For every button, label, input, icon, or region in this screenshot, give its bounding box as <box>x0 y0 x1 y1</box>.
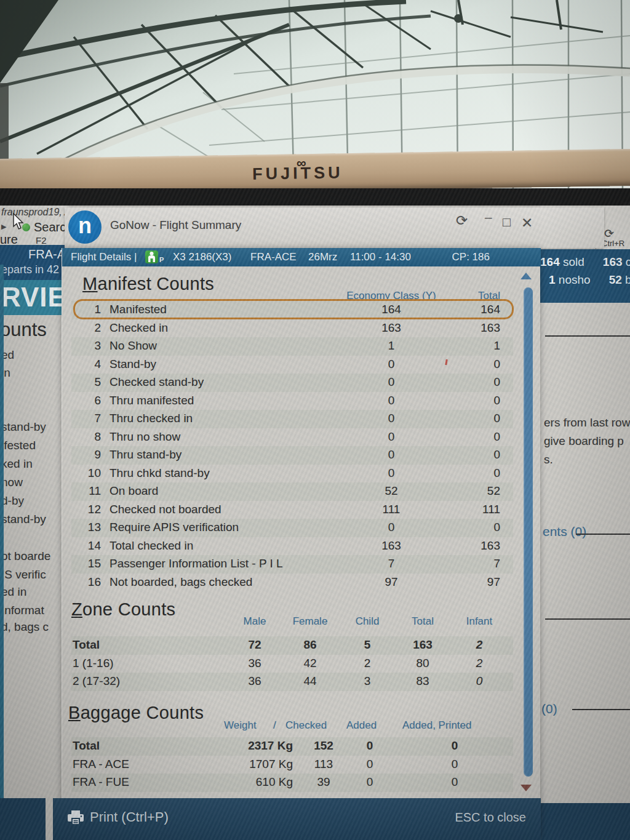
table-row[interactable]: 9Thru stand-by00 <box>71 446 513 465</box>
scrollbar-down-arrow[interactable] <box>520 785 532 791</box>
table-row[interactable]: FRA - ACE1707 Kg11300 <box>71 756 513 774</box>
refresh-icon[interactable]: ⟳ <box>456 212 468 229</box>
list-item: stand-by <box>1 420 46 434</box>
flight-number: X3 2186(X3) <box>173 251 231 263</box>
economy-column-header: Economy Class (Y) <box>342 290 441 302</box>
background-toolbar: fraunsprod19, A ▶ Search ure F2 <box>0 206 69 245</box>
list-item: stand-by <box>1 513 46 526</box>
flight-time: 11:00 - 14:30 <box>350 251 411 263</box>
list-item: d-by <box>1 494 24 508</box>
manifest-counts-title: Manifest Counts <box>82 274 214 294</box>
female-column-header: Female <box>285 615 335 628</box>
table-row[interactable]: 12Checked not boarded111111 <box>71 501 513 519</box>
background-bottom-bar <box>0 798 46 840</box>
background-window-right: ⟳ Ctrl+R 164 sold163 ck 1 nosho52 br ers… <box>540 206 630 840</box>
mouse-cursor-icon <box>11 213 25 234</box>
male-column-header: Male <box>230 615 279 628</box>
table-row[interactable]: 14Total checked in163163 <box>71 537 513 556</box>
gonow-title-bar[interactable]: n GoNow - Flight Summary ⟳ – □ ✕ <box>65 207 604 248</box>
checked-column-header: Checked <box>285 719 327 732</box>
divider <box>576 534 630 535</box>
print-button[interactable]: Print (Ctrl+P) <box>68 809 169 825</box>
window-edge <box>0 265 4 798</box>
printer-icon <box>68 810 84 825</box>
background-window-left: fraunsprod19, A ▶ Search ure F2 FRA-A ep… <box>0 206 69 840</box>
pax-badge: P <box>159 256 164 263</box>
baggage-table: Total2317 Kg15200 FRA - ACE1707 Kg11300 … <box>71 737 513 792</box>
fujitsu-infinity-icon: ∞ <box>297 155 306 171</box>
list-item: d, bags c <box>1 620 49 634</box>
list-item: ked in <box>1 457 33 471</box>
zero-section-label: (0) <box>541 702 557 716</box>
noshow-count: 1 <box>549 273 556 286</box>
flight-details-label: Flight Details | <box>71 251 137 263</box>
desktop: fraunsprod19, A ▶ Search ure F2 FRA-A ep… <box>0 206 630 840</box>
table-row[interactable]: 2 (17-32)36443830 <box>71 673 513 691</box>
maximize-icon[interactable]: □ <box>503 215 511 230</box>
table-row[interactable]: 11On board5252 <box>71 482 513 501</box>
table-row[interactable]: Total2317 Kg15200 <box>71 737 513 756</box>
table-row[interactable]: Total728651632 <box>71 636 513 655</box>
total-column-header: Total <box>441 290 500 302</box>
monitor-screen: fraunsprod19, A ▶ Search ure F2 FRA-A ep… <box>0 188 630 840</box>
weight-column-header: Weight <box>224 719 257 732</box>
list-item: ifested <box>1 439 36 452</box>
table-row[interactable]: 1Manifested164164 <box>71 301 513 319</box>
table-row[interactable]: 13Require APIS verification00 <box>71 519 513 537</box>
table-row[interactable]: 7Thru checked in00 <box>71 410 513 428</box>
table-row[interactable]: FRA - FUE610 Kg3900 <box>71 774 513 792</box>
minimize-icon[interactable]: – <box>485 210 492 225</box>
flight-route: FRA-ACE <box>250 251 297 263</box>
expander-arrow-icon[interactable]: ▶ <box>1 223 6 231</box>
refresh-shortcut: Ctrl+R <box>602 239 624 248</box>
passenger-icon <box>145 250 158 263</box>
table-row[interactable]: 10Thru chkd stand-by00 <box>71 465 513 483</box>
window-title: GoNow - Flight Summary <box>110 218 241 232</box>
photo-of-monitor: FUJITSU ∞ fraunsprod19, A ▶ Search ure F… <box>0 0 630 840</box>
counts-heading: ounts <box>0 319 47 341</box>
search-shortcut: F2 <box>36 235 47 246</box>
gonow-logo-icon: n <box>68 210 102 244</box>
table-row[interactable]: 2Checked in163163 <box>71 319 513 338</box>
list-item: ed in <box>1 585 26 599</box>
list-item: ot boarde <box>1 550 50 563</box>
table-row[interactable]: 16Not boarded, bags checked9797 <box>71 574 513 592</box>
column-separator: / <box>273 719 276 732</box>
table-row[interactable]: 5Checked stand-by00 <box>71 374 513 392</box>
events-section-label: ents (0) <box>543 524 586 539</box>
boarded-count: 52 <box>609 273 622 286</box>
note-text: give boarding p <box>544 434 624 448</box>
table-row[interactable]: 6Thru manifested00 <box>71 392 513 410</box>
close-icon[interactable]: ✕ <box>521 215 533 231</box>
scrollbar-up-arrow[interactable] <box>520 273 532 279</box>
list-item: Informat <box>1 604 44 617</box>
manifest-table: 1Manifested164164 2Checked in163163 3No … <box>71 301 513 591</box>
dialog-footer: Print (Ctrl+P) ESC to close <box>53 798 541 840</box>
table-row[interactable]: 8Thru no show00 <box>71 428 513 447</box>
table-row[interactable]: 4Stand-by00 <box>71 356 513 374</box>
flight-details-bar: Flight Details | P X3 2186(X3) FRA-ACE 2… <box>62 248 541 266</box>
background-bottom-bar <box>540 803 630 840</box>
divider <box>572 709 630 710</box>
departs-countdown: eparts in 42 <box>1 263 59 276</box>
flight-stats-panel: 164 sold163 ck 1 nosho52 br <box>540 249 630 303</box>
table-row[interactable]: 15Passenger Information List - P I L77 <box>71 555 513 574</box>
scrollbar-thumb[interactable] <box>524 287 533 777</box>
sold-count: 164 <box>540 255 560 268</box>
table-row[interactable]: 1 (1-16)36422802 <box>71 655 513 673</box>
esc-to-close-label: ESC to close <box>455 810 526 825</box>
checked-count: 163 <box>603 255 623 268</box>
list-item: now <box>1 476 23 489</box>
monitor-brand-logo: FUJITSU ∞ <box>252 163 343 183</box>
baggage-counts-title: Baggage Counts <box>68 703 204 723</box>
note-text: ers from last row <box>544 416 630 430</box>
flight-tab-band[interactable]: FRA-A eparts in 42 <box>0 245 69 280</box>
cp-counter: CP: 186 <box>452 251 490 263</box>
added-printed-column-header: Added, Printed <box>402 719 471 732</box>
flight-summary-dialog: Flight Details | P X3 2186(X3) FRA-ACE 2… <box>62 248 540 840</box>
note-text: s. <box>544 453 553 466</box>
divider <box>545 335 630 337</box>
infant-column-header: Infant <box>455 615 504 628</box>
zone-table: Total728651632 1 (1-16)36422802 2 (17-32… <box>71 636 513 691</box>
table-row[interactable]: 3No Show11 <box>71 337 513 356</box>
